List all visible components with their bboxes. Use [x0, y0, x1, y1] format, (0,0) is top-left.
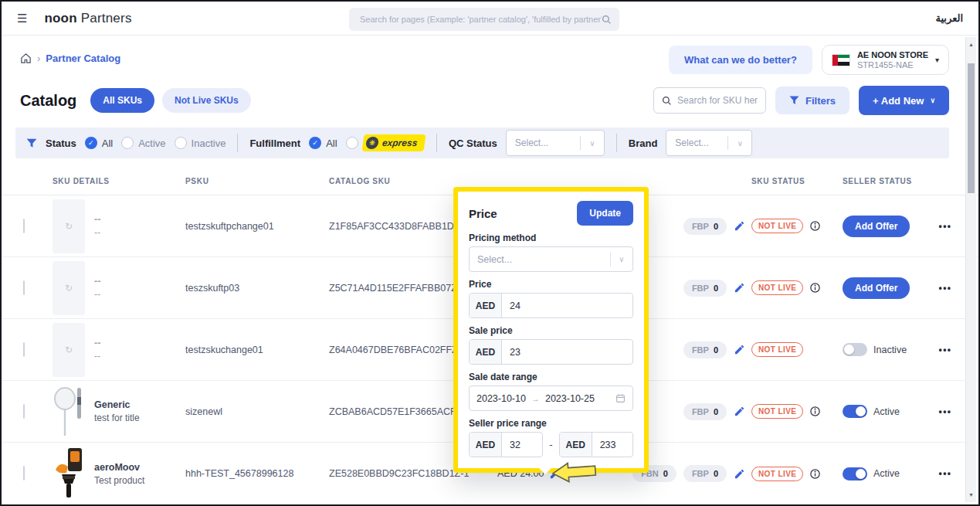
sku-search-placeholder: Search for SKU here... [677, 95, 758, 106]
product-image-racket [53, 385, 85, 439]
row-brand: -- [94, 276, 100, 287]
header-sku-status: SKU STATUS [751, 177, 843, 185]
product-image-aeromoov [53, 447, 85, 501]
arrow-right-icon: → [531, 394, 540, 403]
row-title: -- [94, 351, 100, 362]
product-image-placeholder: ↻ [53, 199, 85, 253]
seller-status-toggle[interactable] [843, 343, 867, 356]
noon-express-badge: ❋ express [361, 134, 426, 151]
pricing-method-label: Pricing method [469, 233, 633, 243]
info-icon[interactable] [809, 406, 821, 417]
scrollbar-thumb[interactable] [968, 63, 975, 193]
scroll-down-icon[interactable]: ▼ [966, 492, 976, 498]
scroll-up-icon[interactable]: ▲ [966, 42, 976, 47]
row-brand: -- [94, 338, 100, 348]
edit-offer-pencil-icon[interactable] [734, 406, 745, 417]
filter-bar: Status ✓ All Active Inactive Fulfillment… [15, 127, 949, 158]
add-offer-button[interactable]: Add Offer [843, 277, 910, 299]
calendar-icon [615, 393, 626, 403]
row-brand: -- [94, 214, 100, 225]
info-icon[interactable] [809, 220, 821, 232]
sku-search-input[interactable]: Search for SKU here... [653, 87, 766, 114]
offer-pill-fbp: FBP 0 [683, 465, 727, 482]
filters-button[interactable]: Filters [775, 87, 849, 114]
pages-search-placeholder: Search for pages (Example: 'partner cata… [360, 15, 602, 24]
home-icon[interactable] [20, 53, 32, 64]
row-more-menu[interactable]: ••• [934, 345, 957, 355]
add-new-label: + Add New [873, 95, 924, 107]
seller-price-min-input[interactable]: AED 32 [469, 432, 543, 457]
language-toggle-arabic[interactable]: العربية [935, 12, 963, 24]
row-checkbox[interactable] [23, 342, 25, 357]
status-radio-active[interactable]: Active [121, 137, 165, 149]
currency-prefix: AED [470, 340, 502, 364]
status-radio-inactive[interactable]: Inactive [175, 137, 226, 149]
add-new-button[interactable]: + Add New ∨ [859, 86, 949, 115]
row-psku: teszskuftp03 [185, 283, 329, 294]
highlight-arrow-annotation [551, 459, 599, 486]
offer-pill-fbp: FBP 0 [683, 218, 727, 235]
row-psku: hhh-TEST_45678996128 [185, 468, 329, 479]
status-filter-label: Status [46, 138, 76, 149]
seller-status-label: Inactive [873, 345, 907, 355]
info-icon[interactable] [809, 468, 821, 480]
row-checkbox[interactable] [23, 280, 25, 295]
store-selector[interactable]: AE NOON STORE STR1455-NAE ▾ [822, 45, 949, 75]
info-icon[interactable] [809, 282, 821, 294]
brand-select[interactable]: Select... ∨ [666, 130, 752, 156]
hamburger-menu-icon[interactable]: ☰ [17, 12, 27, 25]
add-offer-button[interactable]: Add Offer [843, 216, 910, 237]
sku-status-badge: NOT LIVE [751, 280, 803, 295]
edit-offer-pencil-icon[interactable] [734, 344, 745, 355]
vertical-scrollbar[interactable]: ▲ ▼ [965, 37, 976, 502]
sale-date-range-input[interactable]: 2023-10-10 → 2023-10-25 [469, 385, 633, 411]
row-more-menu[interactable]: ••• [934, 406, 957, 417]
qc-status-select[interactable]: Select... ∨ [506, 130, 605, 156]
noon-express-logo-icon: ❋ [365, 137, 378, 149]
fulfillment-radio-express[interactable]: ❋ express [346, 134, 425, 151]
seller-status-toggle[interactable] [843, 467, 867, 481]
funnel-icon [26, 138, 37, 148]
seller-price-max-input[interactable]: AED 233 [559, 432, 633, 457]
status-radio-all[interactable]: ✓ All [85, 137, 113, 149]
chevron-down-icon: ∨ [930, 97, 935, 104]
pages-search-input[interactable]: Search for pages (Example: 'partner cata… [349, 8, 619, 31]
top-header: ☰ noon Partners Search for pages (Exampl… [2, 2, 978, 36]
pricing-method-select[interactable]: Select... ∨ [469, 246, 633, 272]
edit-offer-pencil-icon[interactable] [734, 220, 745, 232]
update-button[interactable]: Update [577, 201, 633, 226]
row-checkbox[interactable] [23, 404, 25, 419]
reload-icon: ↻ [65, 221, 73, 232]
store-name: AE NOON STORE [857, 50, 928, 59]
date-to: 2023-10-25 [545, 393, 595, 404]
row-checkbox[interactable] [23, 466, 25, 481]
seller-status-toggle[interactable] [843, 405, 867, 418]
offer-pill-fbp: FBP 0 [683, 341, 727, 358]
radio-checked-icon: ✓ [309, 137, 321, 149]
seller-price-range-label: Seller price range [469, 418, 633, 429]
row-more-menu[interactable]: ••• [934, 283, 957, 294]
feedback-button[interactable]: What can we do better? [669, 46, 812, 74]
row-more-menu[interactable]: ••• [934, 468, 957, 479]
currency-prefix: AED [470, 294, 502, 318]
popup-title: Price [469, 207, 497, 220]
offer-pill-fbp: FBP 0 [683, 280, 727, 297]
reload-icon: ↻ [65, 345, 73, 355]
row-more-menu[interactable]: ••• [934, 221, 957, 232]
seller-status-label: Active [873, 406, 900, 417]
sale-price-input[interactable]: AED 23 [469, 339, 633, 365]
breadcrumb-partner-catalog[interactable]: Partner Catalog [46, 53, 120, 64]
edit-offer-pencil-icon[interactable] [734, 282, 745, 294]
filters-label: Filters [805, 95, 836, 107]
row-title: test for title [94, 413, 140, 423]
edit-offer-pencil-icon[interactable] [734, 468, 745, 480]
tab-not-live-skus[interactable]: Not Live SKUs [162, 88, 251, 113]
app-logo: noon Partners [44, 11, 131, 26]
fulfillment-radio-all[interactable]: ✓ All [309, 137, 337, 149]
logo-partners: Partners [81, 11, 132, 25]
divider [436, 134, 437, 152]
sku-status-badge: NOT LIVE [751, 342, 803, 357]
tab-all-skus[interactable]: All SKUs [90, 88, 154, 113]
price-input[interactable]: AED 24 [469, 293, 633, 318]
row-checkbox[interactable] [23, 219, 25, 233]
